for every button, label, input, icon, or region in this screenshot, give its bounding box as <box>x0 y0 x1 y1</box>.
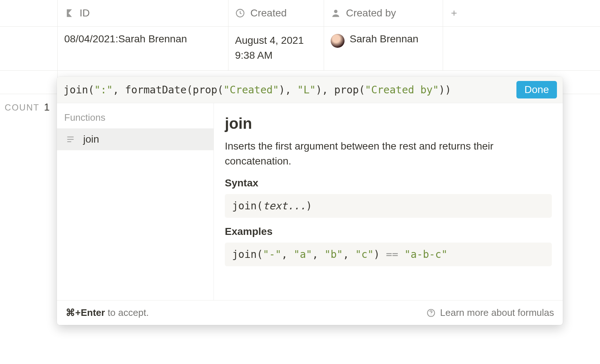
svg-point-1 <box>334 10 337 13</box>
formula-footer: ⌘+Enter to accept. Learn more about form… <box>57 300 563 325</box>
function-doc: join Inserts the first argument between … <box>214 103 563 300</box>
row-count[interactable]: COUNT 1 <box>0 101 58 113</box>
function-title: join <box>225 115 552 132</box>
table-header-row: ID Created Created by <box>0 0 600 27</box>
learn-more-link[interactable]: Learn more about formulas <box>426 307 554 318</box>
examples-heading: Examples <box>225 226 552 237</box>
function-item-join[interactable]: join <box>57 128 214 150</box>
cell-created-by[interactable]: Sarah Brennan <box>324 27 443 70</box>
table-row[interactable]: 08/04/2021:Sarah Brennan August 4, 2021 … <box>0 27 600 71</box>
row-handle-gutter <box>0 27 58 70</box>
avatar <box>331 34 345 48</box>
syntax-heading: Syntax <box>225 177 552 189</box>
formula-icon <box>64 8 74 18</box>
function-item-label: join <box>83 133 99 145</box>
column-header-created[interactable]: Created <box>228 0 324 26</box>
formula-editor-popup: join(":", formatDate(prop("Created"), "L… <box>57 77 563 325</box>
text-lines-icon <box>66 135 75 144</box>
help-icon <box>426 308 436 318</box>
svg-point-3 <box>431 314 431 315</box>
clock-icon <box>235 8 245 18</box>
function-section-label: Functions <box>57 103 214 128</box>
column-header-created-by[interactable]: Created by <box>324 0 443 26</box>
row-handle-gutter <box>0 0 58 26</box>
column-label: Created <box>250 7 287 19</box>
example-code: join("-", "a", "b", "c") == "a-b-c" <box>225 243 552 266</box>
accept-hint: ⌘+Enter to accept. <box>66 307 149 318</box>
function-description: Inserts the first argument between the r… <box>225 139 552 169</box>
function-list: Functions join <box>57 103 214 300</box>
column-label: ID <box>80 7 90 19</box>
column-header-id[interactable]: ID <box>58 0 228 26</box>
formula-bar: join(":", formatDate(prop("Created"), "L… <box>57 77 563 103</box>
done-button[interactable]: Done <box>516 81 557 98</box>
add-column-button[interactable] <box>443 0 465 26</box>
cell-id[interactable]: 08/04/2021:Sarah Brennan <box>58 27 228 70</box>
cell-created[interactable]: August 4, 2021 9:38 AM <box>228 27 324 70</box>
formula-input[interactable]: join(":", formatDate(prop("Created"), "L… <box>64 84 451 96</box>
plus-icon <box>450 8 458 18</box>
syntax-code: join(text...) <box>225 194 552 218</box>
column-label: Created by <box>346 7 396 19</box>
person-icon <box>331 8 341 18</box>
